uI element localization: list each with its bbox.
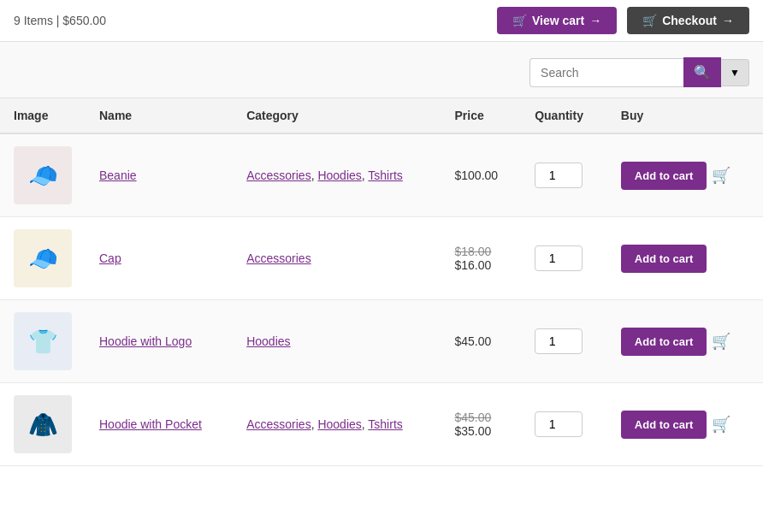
col-buy: Buy: [607, 98, 763, 134]
price-current: $35.00: [455, 424, 508, 438]
product-name-cell: Hoodie with Logo: [86, 300, 233, 383]
quantity-input-cap[interactable]: [535, 245, 583, 271]
product-table: Image Name Category Price Quantity Buy 🧢…: [0, 98, 763, 466]
checkout-arrow: →: [722, 14, 734, 27]
product-name-cell: Beanie: [86, 133, 233, 217]
top-bar: 9 Items | $650.00 🛒 View cart → 🛒 Checko…: [0, 0, 763, 42]
cart-icon: 🛒: [712, 332, 730, 351]
product-buy-cell: Add to cart🛒: [607, 383, 763, 466]
search-dropdown-button[interactable]: ▼: [721, 59, 749, 86]
product-quantity-cell: [521, 383, 607, 466]
checkout-label: Checkout: [662, 14, 717, 27]
search-bar-area: 🔍 ▼: [0, 42, 763, 98]
table-row: 🧢CapAccessories$18.00$16.00Add to cart: [0, 217, 763, 300]
search-wrap: 🔍 ▼: [529, 57, 749, 87]
product-quantity-cell: [521, 133, 607, 217]
search-button[interactable]: 🔍: [683, 57, 721, 87]
product-buy-cell: Add to cart🛒: [607, 300, 763, 383]
product-category-cell: Accessories: [233, 217, 441, 300]
col-name: Name: [86, 98, 233, 134]
product-name-link-hoodie-pocket[interactable]: Hoodie with Pocket: [99, 417, 202, 431]
quantity-input-beanie[interactable]: [535, 163, 583, 188]
category-link-cap-0[interactable]: Accessories: [246, 251, 311, 265]
product-price-cell: $100.00: [441, 133, 522, 217]
cart-icon: 🛒: [712, 415, 730, 434]
product-image-beanie: 🧢: [14, 146, 72, 204]
price-current: $45.00: [455, 334, 492, 348]
product-image-cell: 🧢: [0, 217, 86, 300]
view-cart-arrow: →: [589, 14, 601, 27]
add-to-cart-button-hoodie-logo[interactable]: Add to cart: [621, 328, 707, 356]
product-price-cell: $45.00$35.00: [441, 383, 522, 466]
checkout-button[interactable]: 🛒 Checkout →: [627, 7, 749, 34]
product-price-cell: $18.00$16.00: [441, 217, 522, 300]
product-image-hoodie-pocket: 🧥: [14, 395, 72, 453]
quantity-input-hoodie-pocket[interactable]: [535, 411, 583, 437]
product-buy-cell: Add to cart: [607, 217, 763, 300]
table-header: Image Name Category Price Quantity Buy: [0, 98, 763, 134]
product-image-hoodie-logo: 👕: [14, 312, 72, 370]
view-cart-label: View cart: [532, 14, 584, 27]
view-cart-icon: 🛒: [512, 14, 527, 27]
product-buy-cell: Add to cart🛒: [607, 133, 763, 217]
category-link-hoodie-pocket-1[interactable]: Hoodies: [317, 417, 361, 431]
product-name-link-cap[interactable]: Cap: [99, 251, 121, 265]
col-category: Category: [233, 98, 441, 134]
table-row: 👕Hoodie with LogoHoodies$45.00Add to car…: [0, 300, 763, 383]
category-link-hoodie-pocket-2[interactable]: Tshirts: [368, 417, 402, 431]
checkout-icon: 🛒: [642, 14, 657, 27]
category-link-hoodie-pocket-0[interactable]: Accessories: [246, 417, 311, 431]
table-row: 🧥Hoodie with PocketAccessories, Hoodies,…: [0, 383, 763, 466]
col-image: Image: [0, 98, 86, 134]
price-current: $16.00: [455, 258, 508, 272]
product-image-cell: 👕: [0, 300, 86, 383]
product-quantity-cell: [521, 217, 607, 300]
product-name-cell: Hoodie with Pocket: [86, 383, 233, 466]
product-category-cell: Accessories, Hoodies, Tshirts: [233, 383, 441, 466]
product-name-link-hoodie-logo[interactable]: Hoodie with Logo: [99, 334, 192, 348]
add-to-cart-button-hoodie-pocket[interactable]: Add to cart: [621, 411, 707, 439]
add-to-cart-button-beanie[interactable]: Add to cart: [621, 162, 707, 190]
price-current: $100.00: [455, 168, 499, 182]
product-list: 🧢BeanieAccessories, Hoodies, Tshirts$100…: [0, 133, 763, 466]
category-link-beanie-2[interactable]: Tshirts: [368, 168, 402, 182]
search-icon: 🔍: [694, 65, 711, 80]
col-quantity: Quantity: [521, 98, 607, 134]
category-link-beanie-1[interactable]: Hoodies: [317, 168, 361, 182]
col-price: Price: [441, 98, 522, 134]
items-info: 9 Items | $650.00: [14, 14, 106, 27]
product-name-cell: Cap: [86, 217, 233, 300]
product-name-link-beanie[interactable]: Beanie: [99, 168, 137, 182]
product-category-cell: Hoodies: [233, 300, 441, 383]
search-input[interactable]: [529, 58, 683, 87]
price-original: $45.00: [455, 411, 508, 424]
cart-icon: 🛒: [712, 166, 730, 185]
category-link-hoodie-logo-0[interactable]: Hoodies: [246, 334, 290, 348]
table-row: 🧢BeanieAccessories, Hoodies, Tshirts$100…: [0, 133, 763, 217]
product-image-cell: 🧥: [0, 383, 86, 466]
chevron-down-icon: ▼: [730, 67, 740, 79]
product-category-cell: Accessories, Hoodies, Tshirts: [233, 133, 441, 217]
view-cart-button[interactable]: 🛒 View cart →: [497, 7, 617, 34]
product-price-cell: $45.00: [441, 300, 522, 383]
product-quantity-cell: [521, 300, 607, 383]
price-original: $18.00: [455, 245, 508, 258]
category-link-beanie-0[interactable]: Accessories: [246, 168, 311, 182]
product-image-cell: 🧢: [0, 133, 86, 217]
product-image-cap: 🧢: [14, 229, 72, 287]
quantity-input-hoodie-logo[interactable]: [535, 328, 583, 354]
add-to-cart-button-cap[interactable]: Add to cart: [621, 245, 707, 273]
